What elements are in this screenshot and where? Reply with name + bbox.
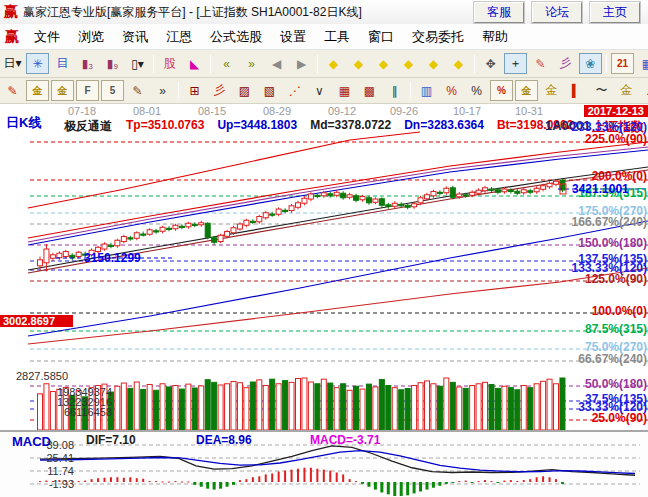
macd-hist-bar <box>349 479 351 482</box>
indicator-value-0: Tp=3510.0763 <box>126 118 204 135</box>
menu-item-资讯[interactable]: 资讯 <box>113 28 157 46</box>
indicator-name[interactable]: 极反通道 <box>64 118 112 135</box>
menu-item-交易委托[interactable]: 交易委托 <box>403 28 473 46</box>
first-page-icon[interactable]: « <box>215 53 238 74</box>
smart-analysis-icon[interactable]: ❀ <box>579 53 602 74</box>
next-page-icon[interactable]: ▶ <box>290 53 313 74</box>
candle-body <box>244 220 249 225</box>
candle-body <box>57 253 62 258</box>
titlebar-button-1[interactable]: 论坛 <box>532 2 582 23</box>
prev-page-icon[interactable]: ◀ <box>265 53 288 74</box>
diamond-tool-icon-5[interactable]: ◆ <box>422 53 445 74</box>
gann-box-icon[interactable]: ▦ <box>333 80 356 101</box>
candle-body <box>463 195 468 196</box>
macd-hist-bar <box>265 474 267 482</box>
volume-bar <box>134 382 139 430</box>
macd-hist-bar <box>200 482 203 487</box>
macd-hist-bar <box>123 478 125 482</box>
menu-item-帮助[interactable]: 帮助 <box>473 28 517 46</box>
volume-bar <box>225 384 230 430</box>
hand-tool-icon[interactable]: ✥ <box>479 53 502 74</box>
macd-hist-bar <box>206 482 209 489</box>
fan-lines-icon[interactable]: 彡 <box>208 80 231 101</box>
app-window: 赢 赢家江恩专业版[赢家服务平台] - [上证指数 SH1A0001-82日K线… <box>0 0 648 497</box>
diamond-tool-icon-2[interactable]: ◆ <box>347 53 370 74</box>
volume-bar <box>386 386 391 430</box>
draw-line-icon[interactable]: ✎ <box>529 53 552 74</box>
candle-body <box>444 188 449 193</box>
candle-body <box>328 194 333 196</box>
titlebar-button-0[interactable]: 客服 <box>474 2 524 23</box>
last-page-icon[interactable]: » <box>240 53 263 74</box>
more-tools-icon[interactable]: » <box>151 80 174 101</box>
vee-lines-icon[interactable]: ∨ <box>308 80 331 101</box>
date-tick-09-26: 09-26 <box>390 105 418 117</box>
rect-tool-icon[interactable]: ⊞ <box>183 80 206 101</box>
gann-grid-gold-icon[interactable]: 金 <box>26 80 49 101</box>
gann-box2-icon[interactable]: ▩ <box>358 80 381 101</box>
dea-value-label: DEA=8.96 <box>196 433 252 447</box>
gann-grid-gold2-icon[interactable]: 金 <box>51 80 74 101</box>
gold-circle-icon[interactable]: 金 <box>515 80 538 101</box>
percent-icon[interactable]: % <box>465 80 488 101</box>
menu-item-设置[interactable]: 设置 <box>271 28 315 46</box>
diamond-tool-icon-3[interactable]: ◆ <box>372 53 395 74</box>
candle-body <box>373 199 378 202</box>
percent-level-icon[interactable]: % <box>490 80 513 101</box>
volume-bar <box>147 384 152 430</box>
candle-body <box>167 228 172 229</box>
ray-lines-icon[interactable]: ⋰ <box>283 80 306 101</box>
kline-period-icon[interactable]: 日▾ <box>1 53 24 74</box>
volume-bar <box>354 386 359 430</box>
color-kline-icon[interactable]: ◣ <box>183 53 206 74</box>
macd-hist-bar <box>336 473 338 483</box>
time-grid-icon[interactable]: 5 <box>101 80 124 101</box>
titlebar-button-2[interactable]: 主页 <box>590 2 640 23</box>
angle-line-icon[interactable]: ∠ <box>640 80 648 101</box>
main-chart-canvas[interactable] <box>0 104 648 430</box>
wave3-icon[interactable]: ▮₃ <box>76 53 99 74</box>
toolbar-drawing: ✎金金F5✎»⊞彡▨▧⋰∨▦▩∥▥%%%金金▍〜金∠ <box>0 78 648 104</box>
percent-line-icon[interactable]: % <box>440 80 463 101</box>
menu-item-江恩[interactable]: 江恩 <box>157 28 201 46</box>
macd-hist-bar <box>232 482 235 485</box>
wave9-icon[interactable]: ▮₉ <box>101 53 124 74</box>
compass-icon[interactable]: ✳ <box>26 53 49 74</box>
percent-label-87.5%(315): 87.5%(315) <box>585 322 647 336</box>
candle-body <box>450 188 455 198</box>
menu-item-浏览[interactable]: 浏览 <box>69 28 113 46</box>
info-doc-icon[interactable]: 目 <box>51 53 74 74</box>
diamond-tool-icon-1[interactable]: ◆ <box>322 53 345 74</box>
diamond-tool-icon-6[interactable]: ◆ <box>447 53 470 74</box>
gann-tools-icon[interactable]: 彡 <box>554 53 577 74</box>
parallel-lines-icon[interactable]: ∥ <box>383 80 406 101</box>
grid-fan-icon[interactable]: ▧ <box>258 80 281 101</box>
macd-hist-bar <box>426 482 429 490</box>
fibo-grid-icon[interactable]: F <box>76 80 99 101</box>
calendar-icon[interactable]: 21 <box>611 53 634 74</box>
menu-item-工具[interactable]: 工具 <box>315 28 359 46</box>
wave-tool-icon[interactable]: 〜 <box>590 80 613 101</box>
crosshair-icon[interactable]: ＋ <box>504 53 527 74</box>
stock-pick-icon[interactable]: 股 <box>158 53 181 74</box>
candle-body <box>334 192 339 195</box>
date-tick-10-17: 10-17 <box>453 105 481 117</box>
menu-item-公式选股[interactable]: 公式选股 <box>201 28 271 46</box>
candle-body <box>115 240 120 246</box>
candle-style-icon[interactable]: ▯▾ <box>126 53 149 74</box>
hist-tool-icon[interactable]: ▥ <box>415 80 438 101</box>
calculator-icon[interactable]: ▦ <box>636 53 648 74</box>
brush-icon[interactable]: ✎ <box>1 80 24 101</box>
macd-hist-bar <box>129 477 131 482</box>
candle-edit-icon[interactable]: ▍ <box>565 80 588 101</box>
gold-wave-icon[interactable]: 金 <box>615 80 638 101</box>
brush2-icon[interactable]: ✎ <box>126 80 149 101</box>
menu-item-窗口[interactable]: 窗口 <box>359 28 403 46</box>
period-label: 日K线 <box>6 114 41 132</box>
menu-item-文件[interactable]: 文件 <box>25 28 69 46</box>
gold-line-icon[interactable]: 金 <box>540 80 563 101</box>
fan-box-icon[interactable]: ▨ <box>233 80 256 101</box>
macd-hist-bar <box>465 481 467 482</box>
diamond-tool-icon-4[interactable]: ◆ <box>397 53 420 74</box>
candle-body <box>547 183 552 187</box>
